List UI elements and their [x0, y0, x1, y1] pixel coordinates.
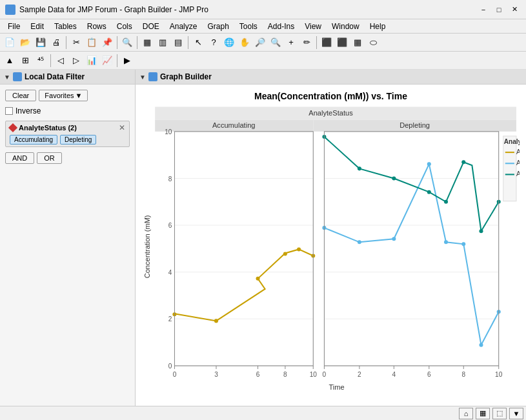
chart-container: AnalyteStatus Accumulating Depleting Con… — [142, 103, 520, 410]
asp-dot-3 — [392, 176, 396, 180]
menu-doe[interactable]: DOE — [137, 21, 165, 32]
svg-text:2: 2 — [358, 371, 361, 378]
tb2-grid[interactable]: ⊞ — [18, 54, 32, 68]
tb-row[interactable]: ▤ — [171, 35, 185, 50]
tb-paste[interactable]: 📌 — [100, 35, 114, 50]
tb2-triangle[interactable]: ▲ — [3, 54, 17, 68]
tb-oval[interactable]: ⬭ — [366, 35, 380, 50]
graph-collapse-triangle[interactable]: ▼ — [139, 74, 146, 81]
tb-globe[interactable]: 🌐 — [222, 35, 236, 50]
tb-align-right[interactable]: ⬛ — [335, 35, 349, 50]
sep-1 — [66, 36, 66, 49]
sep-2 — [117, 36, 117, 49]
depleting-label: Depleting — [400, 121, 430, 129]
tb-align-left[interactable]: ⬛ — [319, 35, 334, 50]
and-button[interactable]: AND — [5, 152, 34, 164]
inverse-checkbox[interactable] — [5, 107, 13, 115]
logic-buttons: AND OR — [5, 152, 130, 164]
chart-area: Mean(Concentration (mM)) vs. Time Analyt… — [136, 85, 526, 417]
menu-analyze[interactable]: Analyze — [165, 21, 203, 32]
tb2-back[interactable]: ◁ — [54, 54, 68, 68]
group-label: AnalyteStatus — [309, 109, 353, 117]
tb-arrow[interactable]: ↖ — [191, 35, 205, 50]
right-panel: ▼ Graph Builder Mean(Concentration (mM))… — [136, 70, 526, 406]
legend-title: Analyte — [504, 138, 520, 145]
asp-dot-5 — [444, 200, 448, 204]
tb-print[interactable]: 🖨 — [49, 35, 63, 50]
filter-close-button[interactable]: ✕ — [119, 123, 125, 132]
svg-text:6: 6 — [256, 371, 260, 378]
collapse-triangle[interactable]: ▼ — [4, 74, 10, 81]
svg-text:8: 8 — [461, 371, 465, 378]
asn-dot-4 — [427, 162, 431, 166]
filter-panel-content: Clear Favorites ▼ Inverse AnalyteStatus … — [0, 85, 135, 406]
asn-dot-3 — [392, 237, 396, 241]
filter-value-accumulating[interactable]: Accumulating — [10, 135, 57, 145]
tb-search[interactable]: 🔍 — [120, 35, 134, 50]
tb2-chart[interactable]: 📊 — [85, 54, 99, 68]
arg-dot-4 — [283, 252, 287, 255]
menu-tools[interactable]: Tools — [234, 21, 263, 32]
svg-text:10: 10 — [495, 371, 503, 378]
tb-hand[interactable]: ✋ — [238, 35, 252, 50]
menu-view[interactable]: View — [299, 21, 327, 32]
favorites-label: Favorites — [45, 92, 74, 99]
svg-text:10: 10 — [310, 371, 318, 378]
close-button[interactable]: ✕ — [508, 3, 521, 16]
tb2-num[interactable]: ⁴⁵ — [34, 54, 48, 68]
arg-dot-3 — [256, 277, 260, 281]
svg-text:10: 10 — [165, 128, 172, 135]
tb-col[interactable]: ▥ — [156, 35, 170, 50]
menu-window[interactable]: Window — [327, 21, 365, 32]
title-bar: Sample Data for JMP Forum - Graph Builde… — [0, 0, 526, 19]
minimize-button[interactable]: − — [477, 3, 490, 16]
tb-cut[interactable]: ✂ — [69, 35, 83, 50]
asp-dot-4 — [427, 190, 431, 194]
tb-cols2[interactable]: ▦ — [350, 35, 365, 50]
maximize-button[interactable]: □ — [492, 3, 505, 16]
tb2-play[interactable]: ▶ — [120, 54, 134, 68]
arg-dot-2 — [214, 319, 218, 323]
tb-zoom-in[interactable]: 🔎 — [253, 35, 267, 50]
tb-table[interactable]: ▦ — [140, 35, 154, 50]
menu-bar: File Edit Tables Rows Cols DOE Analyze G… — [0, 19, 526, 34]
asn-dot-5 — [444, 240, 448, 244]
or-button[interactable]: OR — [37, 152, 62, 164]
accumulating-label: Accumulating — [212, 121, 256, 129]
tb-open[interactable]: 📂 — [18, 35, 32, 50]
filter-panel-title: Local Data Filter — [25, 72, 85, 81]
svg-text:0: 0 — [173, 371, 177, 378]
sep-4 — [188, 36, 188, 49]
tb2-chart2[interactable]: 📈 — [100, 54, 114, 68]
sep-5 — [316, 36, 317, 49]
tb-zoom-out[interactable]: 🔍 — [268, 35, 283, 50]
tb-help[interactable]: ? — [207, 35, 221, 50]
menu-file[interactable]: File — [3, 21, 25, 32]
asp-dot-2 — [358, 166, 361, 170]
chart-svg: AnalyteStatus Accumulating Depleting Con… — [142, 103, 520, 410]
favorites-button[interactable]: Favorites ▼ — [39, 90, 88, 101]
tb-pen[interactable]: ✏ — [299, 35, 314, 50]
clear-button[interactable]: Clear — [5, 90, 36, 101]
svg-text:6: 6 — [427, 371, 431, 378]
menu-edit[interactable]: Edit — [25, 21, 49, 32]
tb-save[interactable]: 💾 — [34, 35, 48, 50]
menu-cols[interactable]: Cols — [112, 21, 137, 32]
menu-tables[interactable]: Tables — [49, 21, 82, 32]
tb2-fwd[interactable]: ▷ — [69, 54, 83, 68]
tb-new[interactable]: 📄 — [3, 35, 17, 50]
menu-addins[interactable]: Add-Ins — [263, 21, 299, 32]
tb-copy[interactable]: 📋 — [85, 35, 99, 50]
menu-rows[interactable]: Rows — [82, 21, 112, 32]
tb-plus[interactable]: + — [284, 35, 298, 50]
asn-dot-2 — [358, 240, 361, 244]
legend-asn-label: Asn — [516, 159, 520, 166]
graph-builder-header: ▼ Graph Builder — [136, 70, 526, 85]
svg-text:4: 4 — [168, 269, 172, 276]
menu-help[interactable]: Help — [365, 21, 391, 32]
filter-value-depleting[interactable]: Depleting — [60, 135, 96, 145]
svg-text:0: 0 — [168, 363, 172, 370]
menu-graph[interactable]: Graph — [202, 21, 234, 32]
filter-top-buttons: Clear Favorites ▼ — [5, 90, 130, 101]
svg-text:6: 6 — [168, 222, 172, 229]
